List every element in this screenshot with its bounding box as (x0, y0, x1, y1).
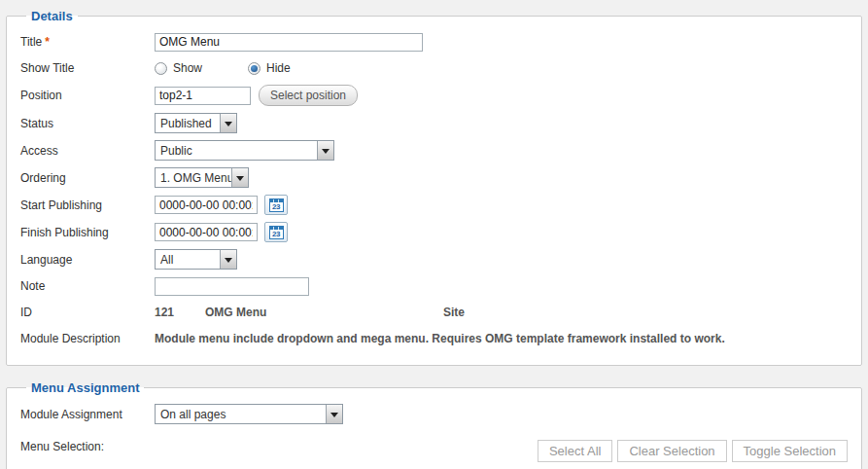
menu-assignment-fieldset: Menu Assignment Module Assignment On all… (6, 380, 862, 469)
status-row: Status Published (20, 113, 848, 133)
details-fieldset: Details Title* Show Title Show Hide Posi… (6, 9, 862, 366)
id-value: 121 (155, 306, 205, 319)
access-select[interactable]: Public (155, 140, 334, 161)
access-label: Access (20, 144, 155, 158)
module-assignment-label: Module Assignment (20, 408, 155, 421)
chevron-down-icon[interactable] (326, 405, 342, 423)
module-description-row: Module Description Module menu include d… (20, 329, 848, 348)
details-legend: Details (26, 9, 78, 23)
ordering-label: Ordering (20, 171, 155, 185)
module-description-label: Module Description (20, 332, 155, 345)
chevron-down-icon[interactable] (317, 141, 333, 160)
select-all-button[interactable]: Select All (538, 440, 612, 462)
title-row: Title* (20, 32, 848, 52)
note-input[interactable] (155, 277, 309, 296)
select-position-button[interactable]: Select position (259, 85, 358, 106)
note-label: Note (20, 279, 155, 293)
position-input[interactable] (155, 87, 251, 105)
menu-selection-buttons: Select All Clear Selection Toggle Select… (538, 440, 848, 462)
calendar-icon: 23 (269, 198, 284, 212)
status-label: Status (20, 117, 155, 130)
language-label: Language (20, 253, 155, 267)
ordering-row: Ordering 1. OMG Menu (20, 167, 848, 188)
access-row: Access Public (20, 140, 848, 161)
client-value: Site (443, 306, 465, 319)
position-row: Position Select position (20, 85, 848, 106)
module-description-text: Module menu include dropdown and mega me… (155, 332, 725, 345)
module-name-value: OMG Menu (205, 306, 443, 319)
status-select[interactable]: Published (155, 113, 237, 133)
radio-option-hide[interactable]: Hide (248, 61, 291, 75)
language-row: Language All (20, 249, 848, 270)
required-asterisk: * (45, 35, 50, 49)
start-publishing-row: Start Publishing 23 (20, 195, 848, 215)
menu-selection-row: Menu Selection: Select All Clear Selecti… (20, 440, 848, 462)
menu-assignment-legend: Menu Assignment (26, 380, 144, 395)
module-assignment-row: Module Assignment On all pages (20, 404, 848, 424)
title-label: Title* (20, 35, 155, 49)
clear-selection-button[interactable]: Clear Selection (617, 440, 726, 462)
id-row: ID 121 OMG Menu Site (20, 303, 848, 322)
finish-publishing-row: Finish Publishing 23 (20, 222, 848, 242)
module-assignment-select[interactable]: On all pages (155, 404, 343, 424)
chevron-down-icon[interactable] (231, 168, 248, 187)
menu-selection-label: Menu Selection: (20, 440, 155, 453)
position-label: Position (20, 89, 155, 102)
chevron-down-icon[interactable] (220, 250, 236, 269)
finish-publishing-label: Finish Publishing (20, 226, 155, 239)
radio-icon[interactable] (155, 62, 167, 75)
start-publishing-label: Start Publishing (20, 198, 155, 212)
id-label: ID (20, 306, 155, 319)
chevron-down-icon[interactable] (220, 114, 236, 132)
calendar-icon: 23 (269, 226, 284, 239)
ordering-select[interactable]: 1. OMG Menu (155, 167, 249, 188)
radio-label: Show (173, 61, 202, 75)
calendar-button[interactable]: 23 (264, 195, 288, 215)
show-title-label: Show Title (20, 61, 155, 75)
start-publishing-input[interactable] (155, 196, 258, 214)
calendar-button[interactable]: 23 (264, 222, 288, 242)
finish-publishing-input[interactable] (155, 223, 258, 241)
radio-label: Hide (266, 61, 291, 75)
language-select[interactable]: All (155, 249, 237, 270)
radio-icon-selected[interactable] (248, 62, 260, 75)
radio-option-show[interactable]: Show (155, 61, 248, 75)
title-input[interactable] (155, 33, 423, 52)
show-title-row: Show Title Show Hide (20, 58, 848, 78)
toggle-selection-button[interactable]: Toggle Selection (732, 440, 848, 462)
note-row: Note (20, 276, 848, 296)
